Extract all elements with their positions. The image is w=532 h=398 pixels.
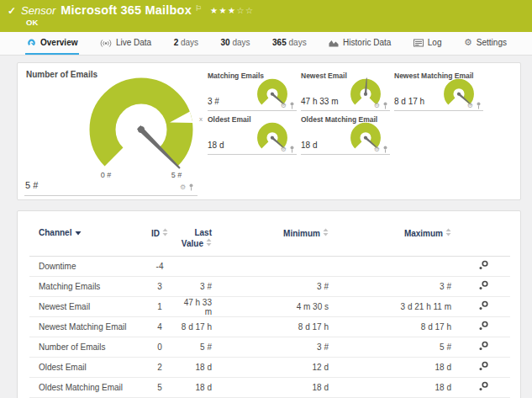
gauge-cell: Oldest Matching Email18 d⚙: [301, 115, 390, 156]
star-empty-icon[interactable]: ☆☆: [236, 6, 254, 15]
cell-last-value: 3 #: [179, 277, 234, 297]
cell-maximum: 18 d: [342, 378, 456, 398]
page-title: Microsoft 365 Mailbox: [61, 3, 192, 17]
gear-icon[interactable]: ⚙: [281, 103, 287, 109]
cell-minimum: 18 d: [234, 378, 342, 398]
cell-maximum: 18 d: [342, 358, 456, 378]
table-row: Oldest Email218 d12 d18 d: [29, 358, 510, 378]
tab-2-days[interactable]: 2 days: [172, 32, 200, 55]
gear-icon[interactable]: ⚙: [374, 103, 380, 109]
column-header-actions: [456, 221, 510, 257]
table-row: Newest Email147 h 33 m4 m 30 s3 d 21 h 1…: [29, 297, 510, 317]
gauge-actions: ⚙: [281, 146, 295, 153]
gauge-cell: Newest Email47 h 33 m⚙: [301, 72, 390, 112]
gauge-underline: [394, 110, 483, 111]
channel-settings-icon[interactable]: [478, 300, 489, 311]
cell-minimum: 8 d 17 h: [234, 317, 342, 337]
main-gauge-scale-max: 5 #: [162, 171, 191, 179]
gear-icon[interactable]: ⚙: [281, 146, 287, 153]
chart-icon: [329, 39, 339, 47]
column-header-minimum[interactable]: Minimum: [234, 221, 342, 257]
check-icon: ✓: [8, 5, 16, 17]
gauge-underline: [208, 154, 297, 155]
cell-id: 0: [140, 337, 179, 358]
sort-icon: [162, 228, 168, 236]
object-kind-label: Sensor: [21, 4, 55, 17]
tab-30-days[interactable]: 30 days: [219, 32, 252, 55]
cell-id: -4: [140, 257, 179, 277]
cell-channel: Oldest Matching Email: [29, 378, 140, 398]
tab-log[interactable]: Log: [412, 32, 444, 55]
gauge-actions: ⚙: [374, 146, 388, 153]
gear-icon: ⚙: [464, 38, 472, 47]
pin-icon: [476, 102, 482, 109]
gauge-underline: [301, 154, 390, 155]
cell-minimum: [234, 257, 342, 277]
gear-icon[interactable]: ⚙: [467, 103, 473, 109]
channel-settings-icon[interactable]: [478, 260, 489, 271]
pin-icon: [289, 146, 295, 153]
cell-maximum: [342, 257, 456, 277]
column-header-maximum[interactable]: Maximum: [342, 221, 456, 257]
cell-actions: [456, 358, 510, 378]
channel-settings-icon[interactable]: [478, 321, 489, 332]
cell-maximum: 3 #: [342, 277, 456, 297]
gauge-value: 8 d 17 h: [394, 97, 424, 106]
main-gauge-scale-min: 0 #: [92, 171, 120, 179]
cell-last-value: 18 d: [179, 378, 234, 398]
gauge-underline: [208, 110, 297, 111]
pin-icon: [382, 146, 388, 153]
cell-minimum: 3 #: [234, 337, 342, 358]
cell-last-value: 8 d 17 h: [179, 317, 234, 337]
tab-historic-data[interactable]: Historic Data: [327, 32, 392, 55]
column-header-id[interactable]: ID: [140, 221, 179, 257]
tab-bar: OverviewLive Data2 days30 days365 daysHi…: [0, 32, 532, 56]
gauge-value: 47 h 33 m: [301, 97, 338, 106]
main-gauge-underline: [24, 195, 198, 196]
column-header-channel[interactable]: Channel: [29, 221, 140, 257]
gauge-actions: ⚙: [374, 102, 388, 109]
tab-overview[interactable]: Overview: [25, 32, 79, 55]
table-header-row: ChannelIDLast ValueMinimumMaximum: [29, 221, 510, 257]
column-header-last-value[interactable]: Last Value: [179, 221, 234, 257]
gear-icon[interactable]: ⚙: [180, 184, 186, 191]
channel-settings-icon[interactable]: [478, 280, 489, 291]
pin-icon[interactable]: [188, 183, 194, 191]
table-body: Downtime-4Matching Emails33 #3 #3 #Newes…: [29, 257, 510, 398]
tab-365-days[interactable]: 365 days: [271, 32, 308, 55]
rating-stars[interactable]: ★★★☆☆: [210, 6, 254, 15]
cell-channel: Number of Emails: [29, 337, 140, 358]
cell-last-value: [179, 257, 234, 277]
cell-id: 3: [140, 277, 179, 297]
cell-channel: Downtime: [29, 257, 140, 277]
sensor-status-bar: ✓ Sensor Microsoft 365 Mailbox ⚐ ★★★☆☆ O…: [0, 0, 532, 32]
cell-maximum: 5 #: [342, 337, 456, 358]
log-icon: [413, 39, 424, 47]
cell-minimum: 4 m 30 s: [234, 297, 342, 317]
star-filled-icon[interactable]: ★★★: [210, 6, 236, 15]
main-gauge-value: 5 #: [25, 180, 38, 190]
pin-icon: [289, 102, 295, 109]
flag-icon[interactable]: ⚐: [195, 4, 202, 13]
pin-icon: [382, 102, 388, 109]
table-row: Newest Matching Email48 d 17 h8 d 17 h8 …: [29, 317, 510, 337]
gauge-actions: ⚙: [467, 102, 482, 109]
cell-id: 5: [140, 378, 179, 398]
channel-settings-icon[interactable]: [478, 361, 489, 372]
cell-last-value: 5 #: [179, 337, 234, 358]
cell-channel: Matching Emails: [29, 277, 140, 297]
gauge-cell: Oldest Email18 d⚙: [208, 115, 297, 156]
gauge-title: Oldest Email: [208, 115, 251, 124]
tab-settings[interactable]: ⚙Settings: [462, 32, 508, 55]
sort-icon: [206, 238, 212, 247]
gauge-value: 18 d: [301, 141, 317, 150]
cell-id: 1: [140, 297, 179, 317]
cell-minimum: 3 #: [234, 277, 342, 297]
cell-actions: [456, 277, 510, 297]
gear-icon[interactable]: ⚙: [374, 146, 380, 153]
channel-settings-icon[interactable]: [478, 341, 489, 352]
channel-table-panel: ChannelIDLast ValueMinimumMaximum Downti…: [17, 210, 521, 398]
cell-last-value: 18 d: [179, 358, 234, 378]
tab-live-data[interactable]: Live Data: [98, 32, 153, 55]
channel-settings-icon[interactable]: [478, 381, 489, 392]
